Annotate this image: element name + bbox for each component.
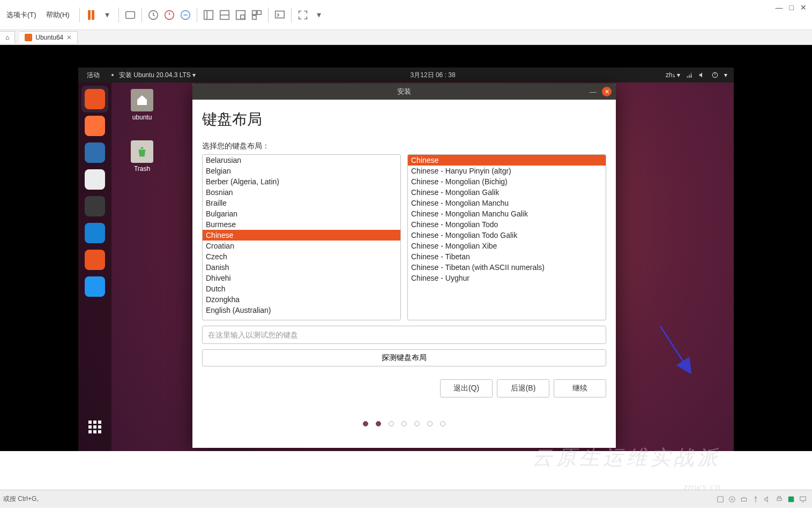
list-item[interactable]: Chinese - Uyghur	[408, 273, 606, 283]
continue-button[interactable]: 继续	[554, 379, 606, 398]
keyboard-test-input[interactable]	[202, 326, 606, 344]
snapshot-take-icon[interactable]	[163, 9, 175, 21]
installer-titlebar: 安装 — ✕	[192, 84, 616, 100]
back-button[interactable]: 后退(B)	[497, 379, 549, 398]
host-tab-bar: ⌂ Ubuntu64 ✕	[0, 30, 812, 45]
list-item[interactable]: Chinese - Mongolian (Bichig)	[408, 176, 606, 187]
status-hint: 或按 Ctrl+G。	[3, 494, 43, 504]
dock-ubuntu-installer[interactable]	[81, 86, 108, 112]
list-item[interactable]: Burmese	[203, 219, 400, 230]
desktop-home-icon[interactable]: ubuntu	[123, 89, 161, 121]
dropdown-icon[interactable]: ▾	[313, 9, 325, 21]
list-item[interactable]: Dhivehi	[203, 273, 400, 283]
minimize-button[interactable]: —	[776, 3, 783, 12]
quit-button[interactable]: 退出(Q)	[440, 379, 493, 398]
dock-files[interactable]	[81, 166, 108, 193]
clock-icon[interactable]	[147, 9, 159, 21]
gnome-top-bar: 活动 安装 Ubuntu 20.04.3 LTS ▾ 3月12日 06 : 38…	[78, 68, 734, 82]
menu-tabs[interactable]: 选项卡(T)	[3, 8, 40, 22]
app-indicator[interactable]: 安装 Ubuntu 20.04.3 LTS ▾	[105, 71, 200, 80]
tab-vm-ubuntu64[interactable]: Ubuntu64 ✕	[19, 31, 78, 43]
usb-icon[interactable]	[752, 496, 759, 503]
tab-home[interactable]: ⌂	[0, 31, 15, 43]
svg-rect-9	[241, 15, 244, 19]
power-icon[interactable]	[711, 71, 719, 79]
display-icon[interactable]	[799, 496, 807, 503]
list-item[interactable]: English (Australian)	[203, 305, 400, 316]
list-item[interactable]: Croatian	[203, 241, 400, 251]
detect-layout-button[interactable]: 探测键盘布局	[202, 349, 606, 366]
folder-home-icon	[131, 89, 153, 111]
dock-help[interactable]	[81, 273, 108, 300]
net-icon[interactable]	[740, 496, 748, 503]
list-item[interactable]: Chinese - Tibetan (with ASCII numerals)	[408, 262, 606, 273]
list-item[interactable]: Chinese - Tibetan	[408, 251, 606, 262]
view-single-icon[interactable]	[203, 9, 214, 21]
svg-rect-11	[257, 10, 261, 14]
list-item[interactable]: Chinese - Mongolian Manchu	[408, 198, 606, 208]
chevron-down-icon[interactable]: ▾	[724, 71, 727, 79]
network-icon[interactable]	[686, 71, 693, 79]
window-minimize-button[interactable]: —	[590, 88, 597, 96]
host-window-controls: — □ ✕	[776, 3, 807, 12]
console-icon[interactable]	[274, 9, 286, 21]
list-item[interactable]: Braille	[203, 198, 400, 208]
list-item[interactable]: Dzongkha	[203, 294, 400, 305]
activities-button[interactable]: 活动	[81, 71, 105, 80]
list-item[interactable]: Chinese - Mongolian Xibe	[408, 241, 606, 251]
list-item[interactable]: Belgian	[203, 166, 400, 176]
view-thumb-icon[interactable]	[235, 9, 247, 21]
list-item[interactable]: Danish	[203, 262, 400, 273]
list-item[interactable]: Chinese - Mongolian Galik	[408, 187, 606, 198]
snapshot-icon[interactable]	[124, 9, 136, 21]
tab-close-icon[interactable]: ✕	[66, 34, 72, 41]
dock-libreoffice-writer[interactable]	[81, 220, 108, 246]
list-item[interactable]: Bulgarian	[203, 208, 400, 219]
input-lang[interactable]: zh₁ ▾	[666, 71, 680, 79]
menu-help[interactable]: 帮助(H)	[43, 8, 73, 22]
sound-icon[interactable]	[764, 496, 771, 503]
cd-icon[interactable]	[728, 496, 736, 503]
dock-rhythmbox[interactable]	[81, 193, 108, 220]
pause-icon[interactable]	[85, 9, 97, 21]
list-item[interactable]: Czech	[203, 251, 400, 262]
disk-icon[interactable]	[717, 496, 724, 503]
system-tray: zh₁ ▾ ▾	[666, 71, 731, 79]
svg-rect-23	[777, 498, 781, 500]
list-item[interactable]: Chinese	[203, 230, 400, 241]
maximize-button[interactable]: □	[789, 3, 794, 12]
dock-firefox[interactable]	[81, 112, 108, 139]
list-item[interactable]: Berber (Algeria, Latin)	[203, 176, 400, 187]
close-button[interactable]: ✕	[800, 3, 807, 12]
list-item[interactable]: Belarusian	[203, 155, 400, 166]
dropdown-icon[interactable]: ▾	[101, 9, 113, 21]
dock-thunderbird[interactable]	[81, 139, 108, 166]
printer-icon[interactable]	[776, 496, 783, 503]
list-item[interactable]: Chinese - Mongolian Todo Galik	[408, 230, 606, 241]
desktop-trash-icon[interactable]: Trash	[123, 140, 161, 172]
list-item[interactable]: Chinese - Hanyu Pinyin (altgr)	[408, 166, 606, 176]
annotation-arrow	[658, 324, 701, 382]
svg-point-14	[111, 74, 114, 76]
keyboard-layout-list[interactable]: BelarusianBelgianBerber (Algeria, Latin)…	[202, 154, 401, 320]
list-item[interactable]: Chinese	[408, 155, 606, 166]
ubuntu-guest-screen: 活动 安装 Ubuntu 20.04.3 LTS ▾ 3月12日 06 : 38…	[78, 68, 734, 451]
dock-ubuntu-software[interactable]	[81, 246, 108, 273]
snapshot-manage-icon[interactable]	[180, 9, 191, 21]
installer-body: 键盘布局 选择您的键盘布局： BelarusianBelgianBerber (…	[192, 100, 616, 448]
host-menu: 选项卡(T) 帮助(H)	[0, 8, 76, 22]
show-applications-button[interactable]	[81, 414, 108, 440]
clock[interactable]: 3月12日 06 : 38	[200, 71, 666, 80]
fullscreen-icon[interactable]	[297, 9, 309, 21]
vm-running-icon[interactable]	[787, 496, 795, 503]
volume-icon[interactable]	[698, 71, 706, 79]
list-item[interactable]: Dutch	[203, 283, 400, 294]
apps-grid-icon	[88, 421, 101, 433]
window-close-button[interactable]: ✕	[602, 87, 612, 96]
view-multi-icon[interactable]	[251, 9, 263, 21]
list-item[interactable]: Chinese - Mongolian Todo	[408, 219, 606, 230]
view-hsplit-icon[interactable]	[219, 9, 230, 21]
list-item[interactable]: Chinese - Mongolian Manchu Galik	[408, 208, 606, 219]
list-item[interactable]: Bosnian	[203, 187, 400, 198]
keyboard-variant-list[interactable]: ChineseChinese - Hanyu Pinyin (altgr)Chi…	[407, 154, 606, 320]
